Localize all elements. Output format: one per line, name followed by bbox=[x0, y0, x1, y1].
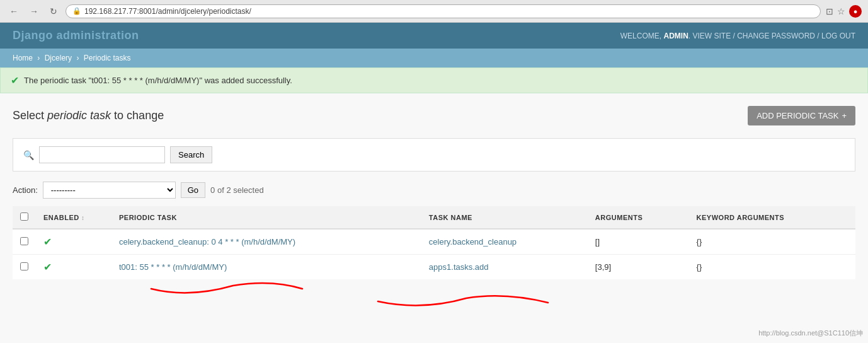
secure-icon: 🔒 bbox=[72, 7, 81, 15]
th-enabled[interactable]: ENABLED bbox=[36, 206, 111, 229]
th-periodic-task: PERIODIC TASK bbox=[111, 206, 421, 229]
row-task-name-0: celery.backend_cleanup bbox=[421, 229, 588, 255]
select-all-header[interactable] bbox=[13, 206, 36, 229]
cast-icon[interactable]: ⊡ bbox=[826, 6, 833, 16]
row-keyword-arguments-0: {} bbox=[689, 229, 855, 255]
main-content: Select periodic task to change ADD PERIO… bbox=[0, 93, 868, 343]
log-out-link[interactable]: LOG OUT bbox=[821, 32, 855, 40]
action-bar: Action: --------- Delete selected period… bbox=[13, 182, 855, 199]
row-arguments-0: [] bbox=[588, 229, 689, 255]
search-input[interactable] bbox=[39, 146, 165, 163]
table-footer: 2 periodic tasks bbox=[13, 339, 855, 343]
browser-icons: ⊡ ☆ ● bbox=[826, 5, 862, 18]
action-label: Action: bbox=[13, 185, 38, 195]
task-name-link-0[interactable]: celery.backend_cleanup bbox=[429, 237, 517, 247]
change-password-link[interactable]: CHANGE PASSWORD bbox=[737, 32, 815, 40]
periodic-task-link-0[interactable]: celery.backend_cleanup: 0 4 * * * (m/h/d… bbox=[119, 237, 295, 247]
url-bar[interactable]: 🔒 192.168.217.77:8001/admin/djcelery/per… bbox=[66, 4, 821, 18]
breadcrumb-current: Periodic tasks bbox=[84, 54, 131, 62]
row-task-name-1: apps1.tasks.add bbox=[421, 255, 588, 280]
success-message: ✔ The periodic task "t001: 55 * * * * (m… bbox=[0, 67, 868, 93]
breadcrumb-sep-1: › bbox=[37, 54, 40, 62]
row-periodic-task-0: celery.backend_cleanup: 0 4 * * * (m/h/d… bbox=[111, 229, 421, 255]
forward-button[interactable]: → bbox=[26, 5, 42, 18]
page-title-row: Select periodic task to change ADD PERIO… bbox=[13, 106, 855, 125]
row-periodic-task-1: t001: 55 * * * * (m/h/d/dM/MY) bbox=[111, 255, 421, 280]
page-title-plain: Select bbox=[13, 109, 47, 122]
url-text: 192.168.217.77:8001/admin/djcelery/perio… bbox=[84, 7, 251, 16]
success-icon: ✔ bbox=[11, 74, 19, 86]
task-name-link-1[interactable]: apps1.tasks.add bbox=[429, 262, 489, 272]
page-title: Select periodic task to change bbox=[13, 109, 164, 122]
row-keyword-arguments-1: {} bbox=[689, 255, 855, 280]
username: ADMIN bbox=[663, 32, 688, 40]
row-arguments-1: [3,9] bbox=[588, 255, 689, 280]
breadcrumb-home[interactable]: Home bbox=[13, 54, 33, 62]
row-checkbox-1[interactable] bbox=[20, 262, 28, 270]
th-keyword-arguments: KEYWORD ARGUMENTS bbox=[689, 206, 855, 229]
table-row: ✔ t001: 55 * * * * (m/h/d/dM/MY) apps1.t… bbox=[13, 255, 855, 280]
browser-bar: ← → ↻ 🔒 192.168.217.77:8001/admin/djcele… bbox=[0, 0, 868, 23]
profile-icon[interactable]: ● bbox=[849, 5, 862, 18]
enabled-icon-0: ✔ bbox=[43, 236, 52, 247]
table-header-row: ENABLED PERIODIC TASK TASK NAME ARGUMENT… bbox=[13, 206, 855, 229]
table-container: ENABLED PERIODIC TASK TASK NAME ARGUMENT… bbox=[13, 206, 855, 339]
row-checkbox-cell[interactable] bbox=[13, 229, 36, 255]
view-site-link[interactable]: VIEW SITE bbox=[692, 32, 731, 40]
search-icon: 🔍 bbox=[23, 150, 34, 160]
breadcrumb-djcelery[interactable]: Djcelery bbox=[45, 54, 72, 62]
periodic-tasks-table: ENABLED PERIODIC TASK TASK NAME ARGUMENT… bbox=[13, 206, 855, 279]
page-title-bold: periodic task bbox=[47, 109, 111, 122]
breadcrumb-sep-2: › bbox=[76, 54, 79, 62]
search-button[interactable]: Search bbox=[170, 146, 212, 163]
site-title: Django administration bbox=[13, 29, 139, 42]
add-btn-label: ADD PERIODIC TASK bbox=[757, 111, 838, 120]
add-periodic-task-button[interactable]: ADD PERIODIC TASK + bbox=[748, 106, 855, 125]
selected-count: 0 of 2 selected bbox=[210, 185, 264, 195]
row-enabled-1: ✔ bbox=[36, 255, 111, 280]
th-task-name: TASK NAME bbox=[421, 206, 588, 229]
table-row: ✔ celery.backend_cleanup: 0 4 * * * (m/h… bbox=[13, 229, 855, 255]
action-select[interactable]: --------- Delete selected periodic tasks bbox=[43, 182, 176, 199]
welcome-text: WELCOME, bbox=[620, 32, 661, 40]
refresh-button[interactable]: ↻ bbox=[47, 5, 60, 18]
success-text: The periodic task "t001: 55 * * * * (m/h… bbox=[24, 76, 292, 85]
th-arguments: ARGUMENTS bbox=[588, 206, 689, 229]
search-bar: 🔍 Search bbox=[13, 138, 855, 172]
page-title-suffix: to change bbox=[111, 109, 164, 122]
star-icon[interactable]: ☆ bbox=[837, 6, 845, 16]
breadcrumb: Home › Djcelery › Periodic tasks bbox=[0, 49, 868, 67]
row-checkbox-cell[interactable] bbox=[13, 255, 36, 280]
enabled-icon-1: ✔ bbox=[43, 262, 52, 272]
admin-header: Django administration WELCOME, ADMIN. VI… bbox=[0, 23, 868, 49]
select-all-checkbox[interactable] bbox=[20, 212, 28, 221]
back-button[interactable]: ← bbox=[6, 5, 21, 18]
row-enabled-0: ✔ bbox=[36, 229, 111, 255]
periodic-task-link-1[interactable]: t001: 55 * * * * (m/h/d/dM/MY) bbox=[119, 262, 227, 272]
action-go-button[interactable]: Go bbox=[181, 182, 205, 198]
add-btn-icon: + bbox=[842, 111, 847, 120]
user-info: WELCOME, ADMIN. VIEW SITE / CHANGE PASSW… bbox=[620, 32, 855, 40]
row-checkbox-0[interactable] bbox=[20, 237, 28, 245]
